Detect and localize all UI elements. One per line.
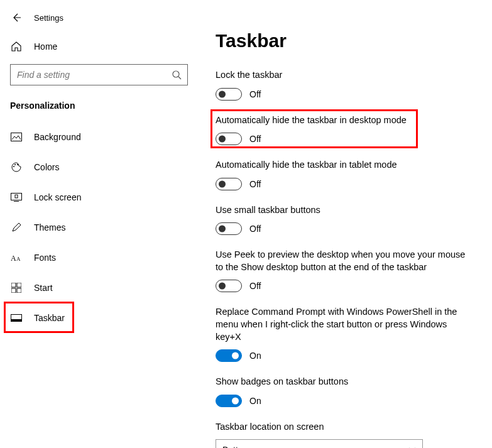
image-icon bbox=[10, 131, 23, 143]
sidebar-item-label: Background bbox=[34, 132, 81, 142]
toggle-small-buttons[interactable] bbox=[216, 222, 242, 235]
svg-text:A: A bbox=[11, 254, 16, 263]
sidebar-item-colors[interactable]: Colors bbox=[0, 152, 198, 182]
svg-point-4 bbox=[14, 164, 16, 165]
setting-label-autohide-desktop: Automatically hide the taskbar in deskto… bbox=[216, 114, 467, 127]
svg-point-0 bbox=[173, 71, 179, 77]
dropdown-value: Bottom bbox=[222, 445, 250, 448]
sidebar-item-start[interactable]: Start bbox=[0, 273, 198, 303]
sidebar-item-background[interactable]: Background bbox=[0, 122, 198, 152]
dropdown-taskbar-location[interactable]: Bottom bbox=[216, 439, 423, 448]
page-title: Taskbar bbox=[216, 30, 487, 52]
sidebar-item-label: Themes bbox=[34, 222, 66, 232]
svg-rect-8 bbox=[15, 195, 18, 198]
toggle-value: Off bbox=[249, 89, 261, 99]
svg-rect-12 bbox=[17, 283, 21, 287]
svg-rect-16 bbox=[11, 319, 22, 322]
svg-rect-6 bbox=[11, 194, 22, 200]
svg-text:A: A bbox=[16, 256, 21, 262]
search-input[interactable] bbox=[11, 70, 166, 80]
setting-label-peek: Use Peek to preview the desktop when you… bbox=[216, 249, 467, 273]
sidebar-item-label: Fonts bbox=[34, 253, 56, 263]
sidebar-item-themes[interactable]: Themes bbox=[0, 212, 198, 243]
toggle-badges[interactable] bbox=[216, 395, 242, 407]
setting-label-autohide-tablet: Automatically hide the taskbar in tablet… bbox=[216, 159, 467, 172]
toggle-autohide-tablet[interactable] bbox=[216, 178, 242, 190]
svg-point-5 bbox=[17, 164, 18, 165]
home-icon bbox=[10, 40, 23, 53]
svg-rect-14 bbox=[17, 288, 21, 293]
setting-label-badges: Show badges on taskbar buttons bbox=[216, 376, 467, 388]
setting-label-small-buttons: Use small taskbar buttons bbox=[216, 204, 467, 217]
nav-home[interactable]: Home bbox=[0, 33, 198, 60]
start-icon bbox=[10, 281, 23, 294]
search-box[interactable] bbox=[10, 64, 188, 85]
sidebar-item-lock-screen[interactable]: Lock screen bbox=[0, 182, 198, 212]
toggle-value: Off bbox=[249, 179, 261, 189]
svg-point-3 bbox=[13, 166, 14, 167]
sidebar-item-fonts[interactable]: AA Fonts bbox=[0, 243, 198, 273]
search-icon bbox=[166, 70, 187, 80]
section-label: Personalization bbox=[0, 89, 198, 122]
setting-label-lock: Lock the taskbar bbox=[216, 69, 467, 82]
toggle-autohide-desktop[interactable] bbox=[216, 133, 242, 145]
back-button[interactable] bbox=[10, 11, 23, 24]
nav-home-label: Home bbox=[34, 41, 57, 52]
lock-screen-icon bbox=[10, 191, 23, 204]
svg-rect-7 bbox=[14, 201, 19, 202]
taskbar-icon bbox=[10, 312, 23, 324]
toggle-value: Off bbox=[249, 224, 261, 234]
svg-rect-13 bbox=[11, 288, 16, 293]
toggle-powershell[interactable] bbox=[216, 349, 242, 362]
toggle-peek[interactable] bbox=[216, 280, 242, 292]
sidebar-item-label: Start bbox=[34, 283, 53, 293]
setting-label-location: Taskbar location on screen bbox=[216, 421, 467, 434]
palette-icon bbox=[10, 161, 23, 173]
app-title: Settings bbox=[34, 13, 63, 23]
svg-rect-11 bbox=[11, 283, 16, 287]
sidebar-item-label: Taskbar bbox=[34, 313, 65, 323]
sidebar-item-label: Colors bbox=[34, 162, 59, 172]
svg-line-1 bbox=[178, 77, 181, 79]
toggle-value: On bbox=[249, 396, 261, 406]
sidebar-item-label: Lock screen bbox=[34, 192, 81, 202]
toggle-value: Off bbox=[249, 134, 261, 144]
toggle-value: Off bbox=[249, 281, 261, 291]
font-icon: AA bbox=[10, 251, 23, 264]
arrow-left-icon bbox=[11, 13, 21, 23]
brush-icon bbox=[10, 221, 23, 234]
setting-label-powershell: Replace Command Prompt with Windows Powe… bbox=[216, 306, 467, 343]
sidebar-item-taskbar[interactable]: Taskbar bbox=[0, 303, 198, 333]
toggle-lock-taskbar[interactable] bbox=[216, 88, 242, 101]
svg-rect-2 bbox=[11, 133, 22, 141]
toggle-value: On bbox=[249, 351, 261, 361]
